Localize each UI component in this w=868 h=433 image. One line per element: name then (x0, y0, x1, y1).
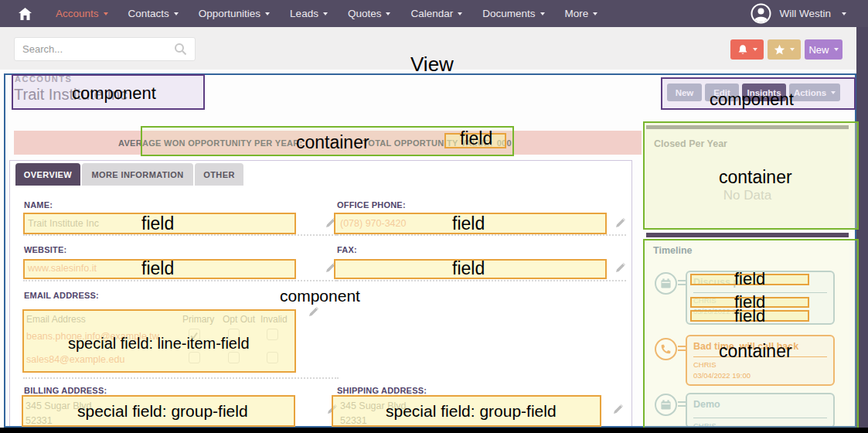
website-value[interactable]: www.salesinfo.it (28, 263, 97, 274)
edit-pencil-icon[interactable] (613, 404, 624, 414)
field-separator (336, 234, 626, 236)
timeline-entry-title: Bad time, will call back (693, 341, 827, 352)
chart-empty-text: No Data (646, 188, 849, 203)
timeline-entry-user: CHRIS (693, 296, 827, 305)
timeline-entry[interactable]: Demo CHRIS (686, 393, 835, 428)
edit-pencil-icon[interactable] (327, 404, 338, 414)
optout-checkbox[interactable] (228, 352, 240, 363)
record-new-button[interactable]: New (667, 84, 702, 101)
chart-title: Closed Per Year (654, 138, 727, 149)
nav-item-label: Accounts (56, 8, 99, 19)
record-insights-button[interactable]: Insights (742, 84, 786, 101)
office-phone-label: OFFICE PHONE: (337, 200, 406, 210)
record-actions-button[interactable]: Actions (789, 84, 840, 101)
timeline-entry-user: CHRIS (693, 360, 827, 369)
bell-icon (737, 44, 748, 56)
new-button[interactable]: New (805, 39, 842, 60)
chevron-down-icon (831, 91, 836, 94)
edit-pencil-icon[interactable] (325, 217, 336, 228)
tab-other[interactable]: OTHER (195, 163, 243, 186)
edit-pencil-icon[interactable] (308, 306, 319, 317)
chevron-down-icon (540, 12, 545, 15)
website-label: WEBSITE: (24, 245, 66, 254)
primary-col-header: Primary (182, 314, 214, 325)
primary-checkbox[interactable] (189, 352, 200, 363)
chevron-down-icon (790, 48, 795, 51)
check-icon (189, 331, 199, 340)
tab-more-information[interactable]: MORE INFORMATION (82, 163, 193, 186)
chevron-down-icon (386, 12, 390, 15)
chevron-down-icon (842, 12, 846, 15)
total-value: 000 (497, 138, 512, 148)
invalid-checkbox[interactable] (267, 329, 278, 340)
total-value-label: TOTAL OPPORTUNITY VALUE: (363, 138, 492, 148)
billing-address-label: BILLING ADDRESS: (24, 386, 107, 395)
name-value[interactable]: Trait Institute Inc (28, 218, 99, 229)
call-icon (655, 338, 677, 360)
office-phone-value[interactable]: (078) 970-3420 (340, 218, 406, 229)
shipping-address-line2[interactable]: 52331 (340, 415, 367, 426)
nav-item-label: More (565, 8, 589, 19)
divider (693, 292, 827, 293)
search-box[interactable] (14, 37, 196, 61)
actions-button-label: Actions (794, 88, 826, 97)
chevron-down-icon (104, 12, 108, 15)
breadcrumb-module: ACCOUNTS (15, 74, 72, 84)
billing-address-line1[interactable]: 345 Sugar Blvd (26, 401, 91, 411)
timeline-entry[interactable]: Bad time, will call back CHRIS 03/04/202… (686, 335, 835, 386)
divider (693, 418, 827, 418)
timeline-connector (678, 346, 686, 353)
record-edit-button[interactable]: Edit (705, 84, 739, 101)
chevron-down-icon (265, 12, 270, 15)
edit-pencil-icon[interactable] (615, 262, 626, 273)
timeline-entry-date: 05/26/2022 21: (693, 307, 827, 315)
banner-text: AVERAGE WON OPPORTUNITY PER YEAR: TOTAL … (118, 138, 512, 148)
meeting-icon (655, 394, 677, 416)
search-input[interactable] (22, 43, 174, 55)
shipping-address-label: SHIPPING ADDRESS: (337, 386, 427, 395)
nav-item-label: Calendar (410, 8, 453, 19)
chevron-down-icon (834, 48, 839, 51)
email-row-address[interactable]: sales84@example.edu (26, 354, 124, 365)
nav-item-leads[interactable]: Leads (290, 8, 328, 19)
edit-pencil-icon[interactable] (615, 217, 626, 228)
window-edge (856, 27, 868, 433)
chevron-down-icon (593, 12, 597, 15)
chevron-down-icon (174, 12, 179, 15)
page-title: Trait Institute Inc (14, 86, 128, 104)
nav-item-label: Opportunities (199, 8, 260, 19)
nav-item-accounts[interactable]: Accounts (56, 8, 108, 19)
user-menu[interactable]: Will Westin (751, 0, 846, 27)
optout-checkbox[interactable] (228, 329, 240, 340)
crm-account-detail-page: Accounts Contacts Opportunities Leads Qu… (0, 0, 868, 433)
tab-overview[interactable]: OVERVIEW (15, 163, 80, 186)
top-navbar: Accounts Contacts Opportunities Leads Qu… (0, 0, 868, 27)
nav-item-opportunities[interactable]: Opportunities (199, 8, 270, 19)
nav-item-label: Contacts (128, 8, 169, 19)
nav-item-contacts[interactable]: Contacts (128, 8, 179, 19)
shipping-address-line1[interactable]: 345 Sugar Blvd (340, 401, 406, 411)
nav-item-documents[interactable]: Documents (482, 8, 544, 19)
favorites-button[interactable] (768, 39, 801, 60)
invalid-checkbox[interactable] (267, 352, 278, 363)
nav-item-quotes[interactable]: Quotes (348, 8, 391, 19)
timeline-entry[interactable]: Discuss pric CHRIS 05/26/2022 21: (686, 271, 835, 325)
timeline-connector (678, 280, 686, 288)
avg-won-value (302, 138, 363, 148)
home-icon[interactable] (19, 8, 32, 20)
nav-item-more[interactable]: More (565, 8, 598, 19)
user-name: Will Westin (779, 8, 831, 19)
field-separator (23, 234, 339, 236)
nav-item-label: Quotes (348, 8, 382, 19)
invalid-col-header: Invalid (260, 314, 288, 325)
chevron-down-icon (753, 48, 757, 51)
edit-pencil-icon[interactable] (325, 262, 336, 273)
notifications-button[interactable] (730, 39, 764, 60)
timeline-entry-date: 03/04/2022 19:00 (693, 371, 827, 380)
screenshot-bottom-edge (0, 428, 868, 433)
email-row-address[interactable]: beans.phone.info@example.tw (26, 331, 159, 342)
fax-label: FAX: (337, 245, 357, 254)
primary-checkbox[interactable] (189, 329, 200, 340)
billing-address-line2[interactable]: 52331 (26, 415, 53, 426)
nav-item-calendar[interactable]: Calendar (410, 8, 462, 19)
